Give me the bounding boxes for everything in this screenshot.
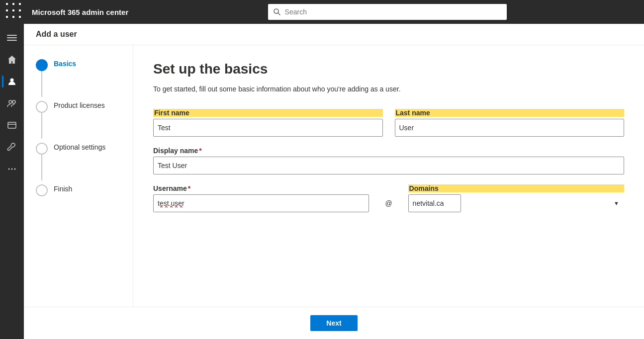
name-row: First name Last name: [153, 109, 624, 137]
more-icon: [7, 164, 17, 174]
next-button[interactable]: Next: [310, 315, 357, 331]
username-label: Username*: [153, 184, 369, 192]
content-wrapper: Basics Product licenses Optional setting…: [24, 45, 644, 307]
step-product-licenses: Product licenses: [36, 99, 121, 113]
step-circle-finish: [36, 184, 48, 196]
svg-point-6: [9, 100, 12, 103]
form-area: Set up the basics To get started, fill o…: [133, 45, 644, 307]
svg-point-11: [11, 169, 13, 170]
app-title: Microsoft 365 admin center: [32, 8, 128, 16]
svg-rect-8: [8, 122, 16, 128]
step-label-basics: Basics: [54, 57, 76, 69]
sidebar-item-groups[interactable]: [2, 93, 22, 113]
search-input[interactable]: [285, 8, 502, 16]
svg-point-5: [10, 79, 14, 82]
username-label-text: Username: [153, 184, 187, 192]
sidebar-item-billing[interactable]: [2, 115, 22, 135]
home-icon: [7, 55, 17, 65]
step-spacer-3: [36, 155, 121, 182]
domains-label: Domains: [408, 184, 624, 192]
display-name-required: *: [199, 147, 201, 155]
sidebar-item-home[interactable]: [2, 50, 22, 70]
sidebar-menu-button[interactable]: [2, 28, 22, 48]
main-layout: Add a user Basics Product licenses: [0, 24, 644, 339]
svg-line-1: [278, 13, 280, 15]
svg-rect-3: [7, 37, 17, 38]
top-navigation: Microsoft 365 admin center: [0, 0, 644, 24]
wrench-icon: [7, 142, 17, 152]
app-launcher-button[interactable]: [6, 3, 24, 21]
svg-point-12: [14, 169, 16, 170]
first-name-label: First name: [153, 109, 383, 117]
form-title: Set up the basics: [153, 61, 624, 77]
step-circle-optional: [36, 143, 48, 155]
display-name-group: Display name*: [153, 147, 624, 174]
first-name-input[interactable]: [153, 119, 383, 137]
display-name-input[interactable]: [153, 157, 624, 174]
last-name-group: Last name: [395, 109, 625, 137]
step-circle-basics: [36, 59, 48, 71]
step-finish: Finish: [36, 182, 121, 196]
svg-rect-4: [7, 40, 17, 41]
username-input-row: [153, 194, 369, 212]
wizard-stepper: Basics Product licenses Optional setting…: [24, 45, 133, 307]
menu-icon: [7, 33, 17, 43]
display-name-row: Display name*: [153, 147, 624, 174]
domains-group: Domains netvital.ca: [408, 184, 624, 212]
step-spacer-1: [36, 71, 121, 99]
users-icon: [7, 77, 17, 86]
sidebar-item-more[interactable]: [2, 159, 22, 179]
main-area: Add a user Basics Product licenses: [24, 24, 644, 339]
step-spacer-2: [36, 113, 121, 141]
step-basics: Basics: [36, 57, 121, 71]
sidebar-item-settings[interactable]: [2, 137, 22, 157]
display-name-label-text: Display name: [153, 147, 198, 155]
sidebar: [0, 24, 24, 339]
sidebar-item-users[interactable]: [2, 72, 22, 91]
last-name-input[interactable]: [395, 119, 625, 137]
domain-select[interactable]: netvital.ca: [408, 194, 461, 212]
first-name-group: First name: [153, 109, 383, 137]
form-subtitle: To get started, fill out some basic info…: [153, 85, 624, 93]
at-sign-wrapper: @: [381, 184, 396, 212]
at-sign: @: [381, 194, 396, 212]
step-label-finish: Finish: [54, 182, 72, 194]
active-indicator: [2, 76, 3, 87]
username-input[interactable]: [153, 194, 369, 212]
step-label-optional: Optional settings: [54, 141, 105, 153]
page-footer: Next: [24, 307, 644, 339]
svg-point-7: [12, 100, 15, 103]
search-icon: [273, 8, 281, 16]
svg-point-10: [8, 169, 10, 170]
svg-rect-2: [7, 35, 17, 36]
last-name-label: Last name: [395, 109, 625, 117]
username-group: Username*: [153, 184, 369, 212]
display-name-label: Display name*: [153, 147, 624, 155]
billing-icon: [7, 120, 17, 130]
domain-wrapper: netvital.ca: [408, 194, 624, 212]
search-bar[interactable]: [268, 4, 507, 20]
step-circle-licenses: [36, 101, 48, 113]
step-optional-settings: Optional settings: [36, 141, 121, 155]
groups-icon: [7, 98, 17, 108]
page-header: Add a user: [24, 24, 644, 45]
username-required: *: [188, 184, 190, 192]
step-label-licenses: Product licenses: [54, 99, 105, 111]
username-row: Username* @ Domains netvital.ca: [153, 184, 624, 212]
page-title: Add a user: [36, 30, 632, 39]
